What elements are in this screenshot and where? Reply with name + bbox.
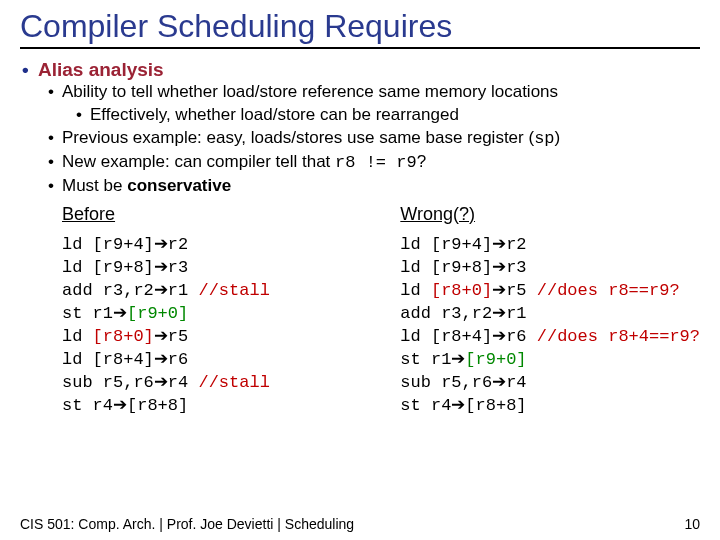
code-columns: Before ld [r9+4]➔r2 ld [r9+8]➔r3 add r3,…: [20, 204, 700, 418]
code-line: ld [r8+4]➔r6: [62, 348, 358, 371]
bullet-3-pre: New example: can compiler tell that: [62, 152, 335, 171]
bullet-1a: Effectively, whether load/store can be r…: [90, 104, 700, 127]
code-line: st r4➔[r8+8]: [62, 394, 358, 417]
col-wrong: Wrong(?) ld [r9+4]➔r2 ld [r9+8]➔r3 ld [r…: [358, 204, 700, 418]
code-line: ld [r9+8]➔r3: [400, 256, 700, 279]
code-line: add r3,r2➔r1 //stall: [62, 279, 358, 302]
col-wrong-head: Wrong(?): [400, 204, 700, 225]
code-line: ld [r8+4]➔r6 //does r8+4==r9?: [400, 325, 700, 348]
bullet-2-code: sp: [534, 129, 554, 148]
bullet-4: Must be conservative: [62, 175, 700, 198]
bullet-2-pre: Previous example: easy, loads/stores use…: [62, 128, 534, 147]
code-wrong: ld [r9+4]➔r2 ld [r9+8]➔r3 ld [r8+0]➔r5 /…: [400, 233, 700, 418]
code-line: st r4➔[r8+8]: [400, 394, 700, 417]
footer-left: CIS 501: Comp. Arch. | Prof. Joe Deviett…: [20, 516, 354, 532]
bullet-1: Ability to tell whether load/store refer…: [62, 81, 700, 127]
code-line: add r3,r2➔r1: [400, 302, 700, 325]
slide-footer: CIS 501: Comp. Arch. | Prof. Joe Deviett…: [20, 516, 700, 532]
code-line: st r1➔[r9+0]: [62, 302, 358, 325]
code-line: ld [r9+4]➔r2: [62, 233, 358, 256]
code-line: ld [r8+0]➔r5: [62, 325, 358, 348]
code-before: ld [r9+4]➔r2 ld [r9+8]➔r3 add r3,r2➔r1 /…: [62, 233, 358, 418]
code-line: sub r5,r6➔r4: [400, 371, 700, 394]
bullet-3: New example: can compiler tell that r8 !…: [62, 151, 700, 175]
col-before-head: Before: [62, 204, 358, 225]
slide-title: Compiler Scheduling Requires: [20, 8, 700, 49]
bullet-4-bold: conservative: [127, 176, 231, 195]
bullet-1-text: Ability to tell whether load/store refer…: [62, 82, 558, 101]
code-line: sub r5,r6➔r4 //stall: [62, 371, 358, 394]
col-before: Before ld [r9+4]➔r2 ld [r9+8]➔r3 add r3,…: [20, 204, 358, 418]
bullet-2: Previous example: easy, loads/stores use…: [62, 127, 700, 151]
code-line: ld [r9+8]➔r3: [62, 256, 358, 279]
bullet-3-post: ?: [417, 152, 426, 171]
footer-page-number: 10: [684, 516, 700, 532]
code-line: st r1➔[r9+0]: [400, 348, 700, 371]
bullet-2-post: ): [555, 128, 561, 147]
bullet-4-pre: Must be: [62, 176, 127, 195]
code-line: ld [r9+4]➔r2: [400, 233, 700, 256]
code-line: ld [r8+0]➔r5 //does r8==r9?: [400, 279, 700, 302]
bullet-list: Alias analysis Ability to tell whether l…: [20, 59, 700, 198]
bullet-3-code: r8 != r9: [335, 153, 417, 172]
bullet-main: Alias analysis Ability to tell whether l…: [38, 59, 700, 198]
bullet-main-text: Alias analysis: [38, 59, 164, 80]
